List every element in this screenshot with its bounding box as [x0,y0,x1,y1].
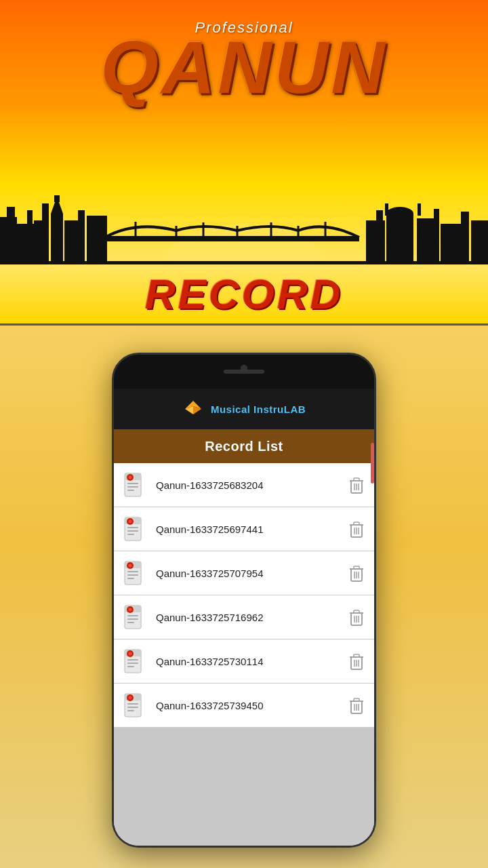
svg-rect-31 [471,220,488,264]
record-list-empty [114,728,374,846]
record-file-icon [122,472,148,498]
record-name: Qanun-1633725739450 [156,700,339,711]
record-name: Qanun-1633725730114 [156,656,339,667]
svg-rect-77 [127,615,138,616]
svg-rect-71 [354,566,359,569]
svg-rect-103 [127,703,138,705]
qanun-label: QANUN [100,24,387,110]
record-name: Qanun-1633725716962 [156,612,339,623]
main-content: Musical InstruLAB Record List Qanun-1633… [0,326,488,868]
delete-record-icon[interactable] [347,652,366,671]
record-item[interactable]: Qanun-1633725683204 [114,463,374,507]
svg-rect-32 [0,261,488,264]
delete-record-icon[interactable] [347,475,366,494]
svg-rect-9 [54,195,60,202]
record-name: Qanun-1633725683204 [156,479,339,491]
scrollbar-thumb [371,443,374,484]
svg-rect-29 [441,224,464,264]
svg-point-81 [129,608,132,612]
svg-rect-20 [105,236,359,241]
svg-rect-105 [127,710,134,711]
svg-rect-26 [418,203,421,216]
app-logo [182,399,204,418]
svg-point-68 [129,564,132,568]
record-file-icon [122,516,148,542]
app-name-prefix: Musical Instru [211,403,284,415]
svg-rect-66 [127,578,134,579]
delete-record-icon[interactable] [347,519,366,538]
svg-rect-38 [127,483,138,484]
svg-rect-4 [27,210,33,264]
svg-rect-25 [385,203,388,216]
svg-rect-11 [78,210,85,264]
svg-point-55 [129,520,132,524]
app-name-suffix: LAB [284,403,306,415]
svg-rect-30 [461,212,469,264]
record-file-icon [122,604,148,630]
svg-rect-28 [434,209,439,264]
phone-scrollbar[interactable] [371,436,374,829]
phone-notch [114,355,374,389]
record-file-icon [122,560,148,586]
svg-rect-39 [127,486,138,488]
svg-rect-78 [127,618,138,620]
svg-rect-92 [127,666,134,667]
record-item[interactable]: Qanun-1633725730114 [114,639,374,684]
delete-record-icon[interactable] [347,608,366,627]
record-item[interactable]: Qanun-1633725707954 [114,551,374,595]
record-item[interactable]: Qanun-1633725739450 [114,684,374,728]
record-list-title: Record List [205,439,283,454]
delete-record-icon[interactable] [347,696,366,715]
record-file-icon [122,692,148,718]
svg-rect-79 [127,622,134,623]
delete-record-icon[interactable] [347,564,366,583]
svg-rect-110 [354,698,359,701]
svg-rect-45 [354,478,359,481]
svg-rect-7 [51,214,63,264]
svg-rect-23 [386,214,413,264]
svg-rect-40 [127,490,134,491]
phone-app-header: Musical InstruLAB [114,389,374,429]
record-item[interactable]: Qanun-1633725716962 [114,595,374,639]
record-title: RECORD [145,270,344,318]
record-section: RECORD [0,264,488,326]
svg-rect-91 [127,663,138,664]
record-file-icon [122,648,148,674]
record-list-body: Qanun-1633725683204 Qanun-1633725697441 [114,463,374,846]
app-name: Musical InstruLAB [211,403,306,415]
svg-rect-97 [354,654,359,657]
svg-rect-104 [127,707,138,708]
svg-point-24 [386,207,413,220]
svg-rect-52 [127,530,138,532]
record-item[interactable]: Qanun-1633725697441 [114,507,374,551]
phone-speaker [224,370,264,374]
phone-screen: Musical InstruLAB Record List Qanun-1633… [114,389,374,846]
city-silhouette [0,176,488,264]
svg-point-94 [129,652,132,656]
svg-rect-51 [127,527,138,528]
svg-rect-53 [127,534,134,535]
svg-rect-22 [376,210,383,264]
svg-point-107 [129,696,132,700]
phone-mockup: Musical InstruLAB Record List Qanun-1633… [112,353,376,848]
record-name: Qanun-1633725697441 [156,524,339,535]
top-banner: Professional QANUN [0,0,488,264]
svg-rect-90 [127,659,138,660]
svg-point-42 [129,476,132,479]
svg-rect-64 [127,571,138,572]
record-list-header: Record List [114,429,374,463]
svg-rect-58 [354,522,359,525]
svg-rect-12 [87,216,107,264]
svg-rect-84 [354,610,359,613]
svg-rect-2 [7,207,15,264]
svg-rect-6 [42,203,49,264]
record-name: Qanun-1633725707954 [156,568,339,579]
svg-rect-65 [127,574,138,576]
